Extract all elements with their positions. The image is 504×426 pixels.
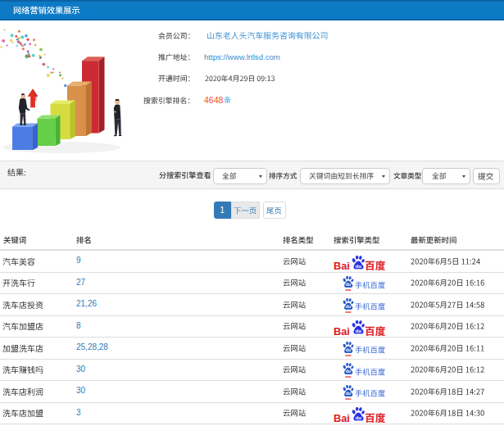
svg-text:du: du	[346, 304, 351, 309]
svg-text:du: du	[346, 391, 351, 396]
svg-text:du: du	[355, 262, 361, 268]
svg-text:du: du	[346, 283, 351, 288]
svg-text:du: du	[346, 347, 351, 352]
svg-text:du: du	[346, 369, 351, 374]
svg-text:du: du	[355, 415, 361, 420]
svg-text:du: du	[355, 328, 361, 333]
